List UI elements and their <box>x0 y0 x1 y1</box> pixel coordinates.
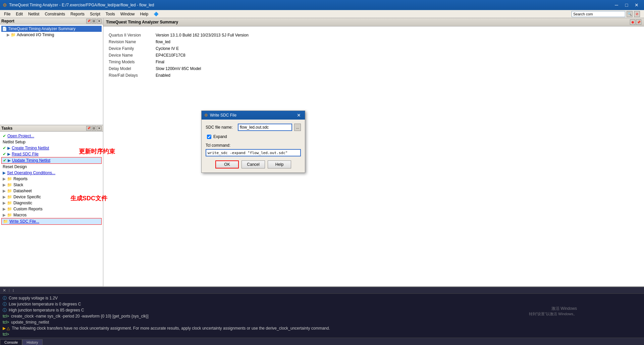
report-item-summary[interactable]: 📄 TimeQuest Timing Analyzer Summary <box>1 26 102 32</box>
expand-icon-dev: ▶ <box>3 195 6 199</box>
tcl-prompt-4: tcl> <box>3 319 9 325</box>
summary-content: Quartus II Version Version 13.1.0 Build … <box>103 26 644 286</box>
menu-constraints[interactable]: Constraints <box>42 11 68 17</box>
tasks-panel-header: Tasks 📌 ⊟ ✕ <box>0 125 103 132</box>
title-controls: ─ □ ✕ <box>612 1 641 9</box>
search-button[interactable]: 🔍 <box>627 11 633 17</box>
console-scroll-btn[interactable]: ↕ <box>11 288 16 293</box>
task-write-sdc[interactable]: 📁 Write SDC File... <box>1 218 102 225</box>
report-close-button[interactable]: ✕ <box>97 19 102 23</box>
task-set-operating[interactable]: ▶ Set Operating Conditions... <box>1 170 102 176</box>
task-create-timing-netlist[interactable]: ✔ ▶ Create Timing Netlist <box>1 145 102 151</box>
expand-icon-slack: ▶ <box>3 183 6 187</box>
task-open-project[interactable]: ✔ Open Project... <box>1 133 102 139</box>
menu-window[interactable]: Window <box>118 11 138 17</box>
right-panel: TimeQuest Timing Analyzer Summary ⊗ 📌 Qu… <box>103 18 644 286</box>
check-icon-sdc: ✔ <box>3 152 6 156</box>
menu-help[interactable]: Help <box>138 11 151 17</box>
tasks-tree: ✔ Open Project... Netlist Setup ✔ ▶ Crea… <box>0 132 103 285</box>
tcl-section: Tcl command: <box>206 143 301 156</box>
dialog-body: SDC file name: ... Expand Tcl command: O… <box>202 120 305 172</box>
summary-pin-btn[interactable]: 📌 <box>636 19 641 25</box>
tasks-panel-controls: 📌 ⊟ ✕ <box>86 126 102 131</box>
maximize-button[interactable]: □ <box>622 1 631 9</box>
arrow-icon-update: ▶ <box>8 158 11 163</box>
summary-row-3: Device Name EP4CE10F17C8 <box>109 52 254 59</box>
task-update-timing[interactable]: ✔ ▶ Update Timing Netlist <box>1 157 102 164</box>
left-panel: Report 📌 ⊟ ✕ 📄 TimeQuest Timing Analyzer… <box>0 18 103 286</box>
watermark: 激活 Windows 转到"设置"以激活 Windows。 <box>529 306 577 317</box>
task-macros[interactable]: ▶ 📁 Macros <box>1 212 102 218</box>
report-item-advanced-io[interactable]: ▶ 📁 Advanced I/O Timing <box>1 32 102 38</box>
expand-icon: ▶ <box>7 32 10 37</box>
help-button[interactable]: Help <box>268 160 291 168</box>
cancel-button[interactable]: Cancel <box>241 160 265 168</box>
task-slack[interactable]: ▶ 📁 Slack <box>1 182 102 188</box>
task-reset-design: Reset Design <box>1 164 102 170</box>
summary-table: Quartus II Version Version 13.1.0 Build … <box>109 32 254 79</box>
summary-title: TimeQuest Timing Analyzer Summary <box>106 20 178 24</box>
title-left: ⚙ TimeQuest Timing Analyzer - E:/7.exerc… <box>3 2 154 8</box>
browse-button[interactable]: ... <box>294 124 301 131</box>
task-custom-reports[interactable]: ▶ 📁 Custom Reports <box>1 206 102 212</box>
task-datasheet[interactable]: ▶ 📁 Datasheet <box>1 188 102 194</box>
report-pin-button[interactable]: 📌 <box>86 19 91 23</box>
summary-header: TimeQuest Timing Analyzer Summary ⊗ 📌 <box>103 18 644 26</box>
report-tree: 📄 TimeQuest Timing Analyzer Summary ▶ 📁 … <box>0 24 103 124</box>
console-tabs: Console History <box>0 338 644 345</box>
summary-close-btn[interactable]: ⊗ <box>630 19 635 25</box>
summary-row-6: Rise/Fall Delays Enabled <box>109 72 254 79</box>
console-line-4: tcl> update_timing_netlist <box>3 319 641 325</box>
summary-row-2: Device Family Cyclone IV E <box>109 45 254 52</box>
menu-reports[interactable]: Reports <box>68 11 87 17</box>
info-icon-0: ⓘ <box>3 295 7 301</box>
title-bar: ⚙ TimeQuest Timing Analyzer - E:/7.exerc… <box>0 0 644 10</box>
tasks-panel: Tasks 📌 ⊟ ✕ ✔ Open Project... Netlist Se… <box>0 125 103 286</box>
sdc-file-input[interactable] <box>238 124 292 131</box>
console-line-6: tcl> <box>3 331 641 337</box>
menu-file[interactable]: File <box>1 11 13 17</box>
menu-bar: File Edit Netlist Constraints Reports Sc… <box>0 10 644 18</box>
minimize-button[interactable]: ─ <box>612 1 621 9</box>
menu-items: File Edit Netlist Constraints Reports Sc… <box>1 11 161 17</box>
alert-button[interactable]: ⊘ <box>634 11 640 17</box>
task-read-sdc[interactable]: ✔ ▶ Read SDC File <box>1 151 102 157</box>
tab-console[interactable]: Console <box>0 339 22 345</box>
tasks-close-button[interactable]: ✕ <box>97 126 102 131</box>
tasks-pin-button[interactable]: 📌 <box>86 126 91 131</box>
summary-row-0: Quartus II Version Version 13.1.0 Build … <box>109 32 254 39</box>
task-diagnostic[interactable]: ▶ 📁 Diagnostic <box>1 200 102 206</box>
summary-row-4: Timing Models Final <box>109 59 254 65</box>
expand-checkbox-area: Expand <box>206 134 301 139</box>
task-reports-folder[interactable]: ▶ 📁 Reports <box>1 176 102 182</box>
expand-checkbox[interactable] <box>207 135 211 139</box>
dialog-buttons: OK Cancel Help <box>206 160 301 168</box>
dialog-title-bar: ⚙ Write SDC File ✕ <box>202 111 305 120</box>
dialog-close-button[interactable]: ✕ <box>296 112 302 119</box>
warning-icon-5: ▶ △ <box>3 325 10 331</box>
folder-icon-ds: 📁 <box>7 189 12 193</box>
report-panel: Report 📌 ⊟ ✕ 📄 TimeQuest Timing Analyzer… <box>0 18 103 125</box>
console-toolbar-sep: | <box>9 288 10 292</box>
task-netlist-setup: Netlist Setup <box>1 139 102 145</box>
report-panel-header: Report 📌 ⊟ ✕ <box>0 18 103 24</box>
summary-controls: ⊗ 📌 <box>630 19 641 25</box>
console-clear-btn[interactable]: ✕ <box>1 288 7 293</box>
search-input[interactable] <box>572 11 625 17</box>
menu-netlist[interactable]: Netlist <box>25 11 42 17</box>
tcl-command-input[interactable] <box>206 149 301 156</box>
menu-script[interactable]: Script <box>87 11 103 17</box>
folder-icon-reports: 📁 <box>7 177 12 181</box>
ok-button[interactable]: OK <box>215 160 239 168</box>
report-float-button[interactable]: ⊟ <box>92 19 96 23</box>
menu-edit[interactable]: Edit <box>13 11 25 17</box>
close-button[interactable]: ✕ <box>632 1 641 9</box>
menu-tools[interactable]: Tools <box>103 11 118 17</box>
tab-history[interactable]: History <box>22 339 42 345</box>
task-device-specific[interactable]: ▶ 📁 Device Specific <box>1 194 102 200</box>
tasks-float-button[interactable]: ⊟ <box>92 126 96 131</box>
tcl-prompt-3: tcl> <box>3 313 9 319</box>
content-area: Report 📌 ⊟ ✕ 📄 TimeQuest Timing Analyzer… <box>0 18 644 286</box>
info-icon-2: ⓘ <box>3 307 7 313</box>
report-panel-title: Report <box>1 19 14 23</box>
